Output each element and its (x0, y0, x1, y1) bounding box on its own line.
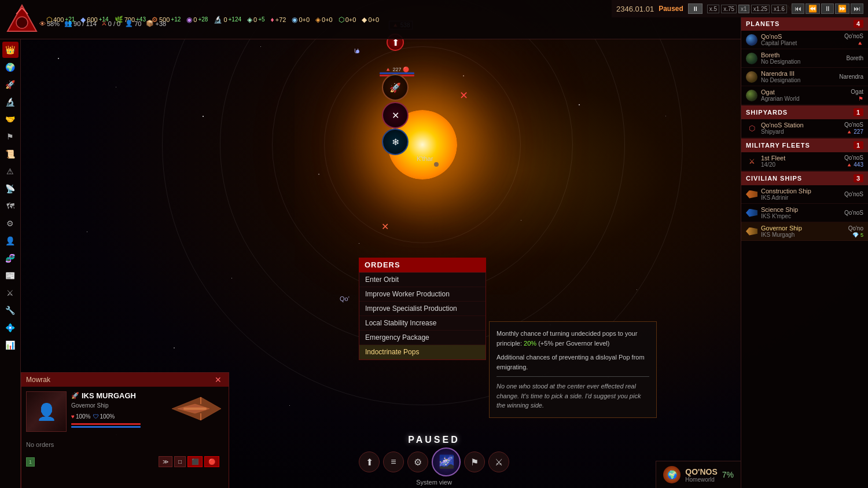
speed-controls: x.5 x.75 x1 x1.25 x1.6 (707, 5, 787, 13)
speed-0.5[interactable]: x.5 (707, 5, 719, 13)
planet-item-qonos[interactable]: Qo'noS Capital Planet Qo'noS 🔺 (741, 31, 868, 49)
sidebar-icon-misc2[interactable]: 🔧 (2, 302, 19, 318)
section-military-fleets[interactable]: MILITARY FLEETS 1 (741, 138, 868, 152)
shipyards-label: SHIPYARDS (746, 109, 788, 116)
fleet-icon-1st: ⚔ (746, 156, 757, 167)
speed-1.25[interactable]: x1.25 (751, 5, 770, 13)
fleet-circle-1[interactable]: 🚀 (382, 74, 409, 101)
ship-item-science[interactable]: Science Ship IKS K'mpec Qo'noS (741, 204, 868, 222)
fleet-circle-3[interactable]: ❄ (382, 129, 409, 155)
section-planets[interactable]: PLANETS 4 (741, 17, 868, 31)
fleet-item-1st[interactable]: ⚔ 1st Fleet 14/20 Qo'noS 🔺 443 (741, 152, 868, 171)
empire-sub-text: Homeworld (685, 476, 717, 483)
sidebar-icon-misc1[interactable]: ⚔ (2, 285, 19, 301)
tooltip-percent: 20% (524, 340, 536, 347)
planet-item-ogat[interactable]: Ogat Agrarian World Ogat ⚑ (741, 86, 868, 105)
sidebar-icon-situations[interactable]: ⚠ (2, 163, 19, 179)
planet-u-label: U (354, 47, 359, 54)
planet-name-narendra: Narendra III (761, 70, 836, 77)
section-civilian-ships[interactable]: CIVILIAN SHIPS 3 (741, 171, 868, 185)
unit-card-close[interactable]: ✕ (212, 375, 224, 384)
planet-item-narendra[interactable]: Narendra III No Designation Narendra (741, 68, 868, 86)
ship-item-construction[interactable]: Construction Ship IKS Adrinir Qo'noS (741, 185, 868, 204)
planet-name-ogat: Ogat (761, 89, 847, 96)
skip-next[interactable]: ⏭ (851, 3, 863, 14)
sidebar-icon-factions[interactable]: ⚙ (2, 215, 19, 232)
order-local-stability[interactable]: Local Stability Increase (359, 316, 486, 331)
order-emergency[interactable]: Emergency Package (359, 331, 486, 345)
no-orders-text: No orders (26, 441, 54, 448)
ship-item-governor[interactable]: Governor Ship IKS Murgagh Qo'no 💎 5 (741, 222, 868, 241)
speed-0.75[interactable]: x.75 (721, 5, 737, 13)
stat-leaders: 👤 70 (125, 20, 141, 27)
order-enter-orbit[interactable]: Enter Orbit (359, 273, 486, 287)
empire-name-text: QO'NOS (685, 467, 717, 476)
second-row-stats: 👁 58% 👥 90 / 114 ⚔ 0 / 0 👤 70 📦 +38 (39, 20, 166, 27)
skip-back[interactable]: ⏪ (806, 3, 820, 14)
nav-btn-combat[interactable]: ⚔ (488, 452, 509, 472)
empire-logo[interactable] (5, 2, 39, 37)
stat-influence: 👁 58% (39, 20, 60, 27)
hull-pct: 100% (76, 413, 91, 420)
science-ship-info: Science Ship IKS K'mpec (761, 206, 841, 219)
construction-ship-sub: IKS Adrinir (761, 195, 841, 201)
empire-influence-pct: 7% (722, 470, 734, 479)
sidebar-icon-misc3[interactable]: 💠 (2, 320, 19, 336)
unit-action-buttons: ≫ □ ⬛ 🔴 (154, 454, 224, 469)
sidebar-icon-expansion[interactable]: 🗺 (2, 198, 19, 214)
pause-area: 2346.01.01 Paused ⏸ x.5 x.75 x1 x1.25 x1… (612, 0, 868, 17)
unit-action-stop[interactable]: □ (174, 456, 186, 467)
section-shipyards[interactable]: SHIPYARDS 1 (741, 105, 868, 119)
planet-qo-label: Qo' (340, 295, 350, 302)
planets-label: PLANETS (746, 20, 779, 27)
unit-btn-red-2[interactable]: 🔴 (204, 456, 219, 467)
planet-icon-ogat (746, 90, 757, 101)
unit-ship-name-display: 🚀 IKS MURGAGH (71, 391, 161, 400)
nav-btn-list[interactable]: ≡ (383, 452, 404, 472)
sidebar-icon-tech[interactable]: 🔬 (2, 94, 19, 110)
planet-sub-ogat: Agrarian World (761, 96, 847, 102)
sidebar-icon-federation[interactable]: ⚑ (2, 129, 19, 145)
skip-prev[interactable]: ⏮ (792, 3, 804, 14)
nav-btn-flag[interactable]: ⚑ (464, 452, 485, 472)
speed-1.6[interactable]: x1.6 (771, 5, 787, 13)
sidebar-icon-diplomacy[interactable]: 🤝 (2, 111, 19, 127)
paused-label: Paused (659, 5, 683, 13)
science-ship-loc: Qo'noS (844, 210, 863, 216)
planet-item-boreth[interactable]: Boreth No Designation Boreth (741, 49, 868, 68)
planet-loc-qonos: Qo'noS 🔺 (844, 33, 863, 46)
unit-avatar: 👤 (26, 391, 67, 432)
sidebar-icon-empire[interactable]: 👑 (2, 42, 19, 58)
sidebar-icon-fleets[interactable]: 🚀 (2, 76, 19, 93)
shield-bar (71, 426, 141, 428)
sidebar-icon-contacts[interactable]: 📡 (2, 181, 19, 197)
unit-card-footer: 1 ≫ □ ⬛ 🔴 (21, 452, 229, 472)
unit-action-orders[interactable]: ≫ (159, 456, 172, 467)
nav-btn-galaxy[interactable]: 🌌 (432, 447, 461, 476)
sidebar-icon-leaders[interactable]: 👤 (2, 233, 19, 249)
order-improve-specialist[interactable]: Improve Specialist Production (359, 302, 486, 316)
pause-button[interactable]: ⏸ (688, 3, 703, 14)
sidebar-icon-events[interactable]: 📰 (2, 267, 19, 284)
shipyard-item-qonos[interactable]: ⬡ Qo'noS Station Shipyard Qo'noS 🔺 227 (741, 119, 868, 138)
empire-info[interactable]: 🌍 QO'NOS Homeworld 7% (656, 461, 741, 488)
skip-play[interactable]: ⏸ (821, 3, 834, 14)
order-indoctrinate[interactable]: Indoctrinate Pops (359, 345, 486, 359)
planet-icon-narendra (746, 71, 757, 83)
sidebar-icon-planets[interactable]: 🌍 (2, 59, 19, 75)
map-marker-1: ✕ (459, 89, 468, 102)
nav-btn-up[interactable]: ⬆ (359, 452, 380, 472)
resource-unity: ◈ 0+5 (245, 15, 267, 24)
nav-btn-settings[interactable]: ⚙ (407, 452, 428, 472)
military-fleets-count: 1 (854, 141, 863, 149)
order-improve-worker[interactable]: Improve Worker Production (359, 287, 486, 302)
sidebar-icon-species[interactable]: 🧬 (2, 250, 19, 266)
empire-text: QO'NOS Homeworld (685, 467, 717, 483)
speed-1[interactable]: x1 (738, 5, 749, 13)
sidebar-icon-misc4[interactable]: 📊 (2, 337, 19, 353)
planet-info-ogat: Ogat Agrarian World (761, 89, 847, 102)
fleet-circle-2[interactable]: ✕ (382, 102, 409, 129)
unit-action-scrap[interactable]: ⬛ (187, 456, 203, 467)
skip-fwd[interactable]: ⏩ (835, 3, 849, 14)
sidebar-icon-policies[interactable]: 📜 (2, 146, 19, 162)
